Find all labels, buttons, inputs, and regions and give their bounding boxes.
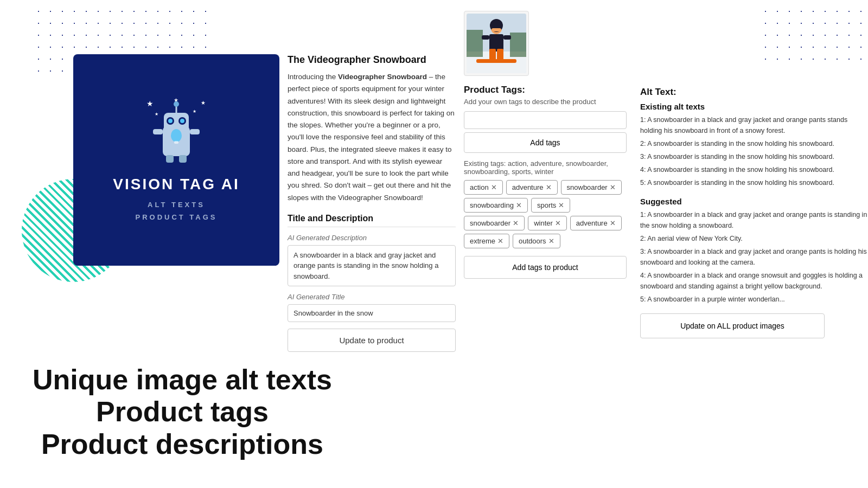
logo-panel: ★ ★ ★ ★ ★ VISION TAG AI ALT TEXTS PRODUC…	[73, 54, 279, 266]
product-title: The Videographer Snowboard	[288, 54, 456, 66]
title-description-heading: Title and Description	[288, 214, 456, 227]
overlay-line1: Unique image alt texts	[33, 364, 332, 396]
existing-alt-3: 3: A snowboarder is standing in the snow…	[640, 151, 868, 162]
svg-rect-15	[153, 129, 163, 134]
ai-title-label: AI Generated Title	[288, 293, 456, 301]
tag-extreme-remove[interactable]: ✕	[497, 237, 503, 245]
suggested-alt-2: 2: An aerial view of New York City.	[640, 233, 868, 244]
tags-container: action ✕ adventure ✕ snowboarder ✕ snowb…	[464, 180, 627, 248]
svg-rect-14	[174, 141, 178, 144]
tag-snowboarding-remove[interactable]: ✕	[516, 201, 522, 209]
tag-adventure[interactable]: adventure ✕	[506, 180, 558, 195]
svg-text:★: ★	[201, 100, 206, 106]
svg-rect-21	[467, 30, 483, 57]
tag-sports[interactable]: sports ✕	[531, 198, 570, 213]
tag-action-remove[interactable]: ✕	[491, 183, 497, 191]
svg-rect-18	[179, 155, 187, 163]
tag-snowboarding[interactable]: snowboarding ✕	[464, 198, 528, 213]
svg-rect-27	[482, 35, 489, 40]
tags-subtext: Add your own tags to describe the produc…	[464, 98, 627, 106]
tags-heading: Product Tags:	[464, 85, 627, 95]
suggested-alt-4: 4: A snowboarder in a black and orange s…	[640, 270, 868, 292]
svg-rect-28	[503, 35, 511, 40]
svg-rect-25	[489, 49, 496, 61]
tag-outdoors-remove[interactable]: ✕	[548, 237, 554, 245]
add-tags-button[interactable]: Add tags	[464, 132, 627, 153]
tag-adventure2-remove[interactable]: ✕	[610, 219, 616, 227]
overlay-line3: Product descriptions	[33, 428, 332, 461]
svg-text:★: ★	[146, 99, 154, 108]
svg-rect-26	[497, 49, 503, 61]
svg-point-12	[180, 119, 184, 123]
tags-section: Product Tags: Add your own tags to descr…	[464, 11, 627, 279]
suggested-alt-5: 5: A snowboarder in a purple winter wond…	[640, 294, 868, 305]
overlay-text: Unique image alt texts Product tags Prod…	[33, 364, 332, 461]
robot-icon: ★ ★ ★ ★ ★	[141, 97, 212, 167]
update-all-product-images-button[interactable]: Update on ALL product images	[640, 313, 825, 338]
svg-point-8	[174, 101, 179, 107]
tag-action[interactable]: action ✕	[464, 180, 503, 195]
suggested-alt-1: 1: A snowboarder in a black and gray jac…	[640, 209, 868, 231]
svg-point-11	[168, 119, 173, 123]
suggested-alt-3: 3: A snowboarder in a black and gray jac…	[640, 246, 868, 268]
add-tags-to-product-button[interactable]: Add tags to product	[464, 256, 627, 279]
existing-alt-5: 5: A snowboarder is standing in the snow…	[640, 177, 868, 188]
suggested-alt-heading: Suggested	[640, 197, 868, 206]
svg-rect-16	[190, 129, 200, 134]
tag-winter[interactable]: winter ✕	[528, 216, 567, 230]
tag-sports-remove[interactable]: ✕	[558, 201, 564, 209]
existing-alt-2: 2: A snowboarder is standing in the snow…	[640, 138, 868, 149]
product-image	[464, 11, 529, 76]
tag-snowboarder1-remove[interactable]: ✕	[610, 183, 616, 191]
existing-alt-1: 1: A snowboarder in a black and gray jac…	[640, 114, 868, 136]
svg-text:★: ★	[155, 112, 158, 117]
dot-grid-right-decoration	[760, 5, 868, 70]
logo-subtitle: ALT TEXTS PRODUCT TAGS	[135, 198, 217, 224]
tags-input[interactable]	[464, 111, 627, 129]
tag-snowboarder2-remove[interactable]: ✕	[513, 219, 519, 227]
svg-text:★: ★	[193, 109, 196, 114]
update-to-product-button[interactable]: Update to product	[288, 329, 456, 352]
svg-rect-29	[476, 59, 516, 63]
tag-winter-remove[interactable]: ✕	[555, 219, 561, 227]
ai-title-input[interactable]	[288, 304, 456, 322]
tag-snowboarder1[interactable]: snowboarder ✕	[561, 180, 622, 195]
tag-adventure2[interactable]: adventure ✕	[570, 216, 622, 230]
ai-description-text: A snowboarder in a black and gray jacket…	[288, 245, 456, 287]
svg-point-13	[171, 129, 182, 142]
logo-title: VISION TAG AI	[113, 176, 239, 193]
ai-description-label: AI Generated Description	[288, 234, 456, 242]
svg-rect-31	[492, 28, 501, 31]
existing-tags-label: Existing tags: action, adventure, snowbo…	[464, 159, 627, 176]
alt-text-heading: Alt Text:	[640, 87, 868, 98]
product-section: The Videographer Snowboard Introducing t…	[288, 54, 456, 352]
overlay-line2: Product tags	[33, 396, 332, 428]
tag-snowboarder2[interactable]: snowboarder ✕	[464, 216, 525, 230]
existing-alt-4: 4: A snowboarder is standing in the snow…	[640, 164, 868, 175]
svg-rect-17	[166, 155, 174, 163]
snowboarder-image	[467, 14, 526, 73]
tag-extreme[interactable]: extreme ✕	[464, 234, 509, 248]
suggested-alt-list: 1: A snowboarder in a black and gray jac…	[640, 209, 868, 305]
product-description: Introducing the Videographer Snowboard –…	[288, 71, 456, 204]
existing-alt-list: 1: A snowboarder in a black and gray jac…	[640, 114, 868, 188]
alt-text-section: Alt Text: Existing alt texts 1: A snowbo…	[640, 87, 868, 338]
tag-adventure-remove[interactable]: ✕	[546, 183, 552, 191]
tag-outdoors[interactable]: outdoors ✕	[513, 234, 560, 248]
svg-rect-22	[510, 33, 526, 57]
existing-alt-subheading: Existing alt texts	[640, 102, 868, 111]
